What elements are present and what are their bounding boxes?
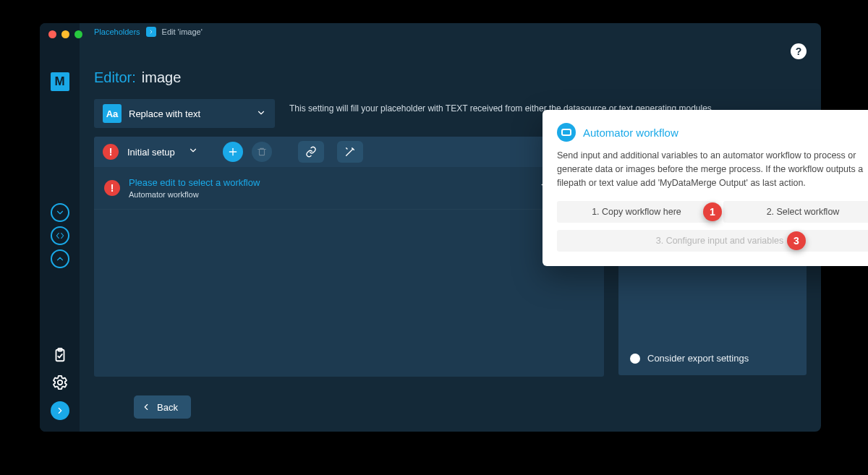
- chevron-down-icon: [256, 108, 266, 120]
- workflow-module-item[interactable]: ! Please edit to select a workflow Autom…: [94, 167, 604, 210]
- alert-icon: !: [103, 144, 119, 160]
- link-button[interactable]: [298, 141, 324, 163]
- initial-setup-label: Initial setup: [127, 147, 175, 158]
- module-item-title: Please edit to select a workflow: [129, 177, 260, 188]
- nav-group: [51, 203, 69, 268]
- delete-module-button[interactable]: [252, 142, 272, 162]
- wand-icon: [344, 146, 356, 158]
- gear-icon: [52, 375, 68, 390]
- chevron-right-icon: [55, 406, 65, 416]
- popover-title: Automator workflow: [583, 127, 678, 139]
- page-title: Editor: image: [80, 40, 821, 99]
- svg-rect-4: [259, 150, 264, 155]
- chevron-down-icon[interactable]: [188, 145, 198, 158]
- breadcrumb-root[interactable]: Placeholders: [94, 27, 140, 36]
- chevron-right-icon: [148, 29, 154, 35]
- nav-up-button[interactable]: [51, 249, 69, 268]
- svg-line-5: [346, 149, 352, 155]
- module-item-subtitle: Automator workflow: [129, 190, 260, 199]
- breadcrumb-separator: [146, 27, 156, 37]
- configure-workflow-button[interactable]: 3. Configure input and variables: [557, 230, 868, 252]
- modules-column: ! Initial setup: [94, 137, 604, 377]
- alert-icon: !: [104, 180, 120, 196]
- back-label: Back: [157, 402, 178, 413]
- help-button[interactable]: ?: [791, 43, 807, 59]
- window-controls: [48, 30, 82, 38]
- chevron-down-icon: [55, 207, 65, 218]
- breadcrumb-current: Edit 'image': [162, 27, 203, 36]
- nav-down-button[interactable]: [51, 203, 69, 222]
- clipboard-check-icon: [52, 347, 68, 363]
- page-title-name: image: [142, 69, 181, 86]
- sidebar-bottom: [51, 346, 69, 432]
- sidebar: M: [40, 23, 80, 432]
- replace-mode-dropdown[interactable]: Aa Replace with text: [94, 99, 275, 128]
- minimize-window-button[interactable]: [61, 30, 69, 38]
- back-button[interactable]: Back: [134, 395, 191, 419]
- trash-icon: [257, 147, 267, 157]
- text-mode-icon: Aa: [103, 104, 122, 123]
- replace-mode-label: Replace with text: [129, 108, 200, 119]
- automator-icon: [557, 123, 576, 142]
- nav-expand-button[interactable]: [51, 226, 69, 245]
- popover-description: Send input and additional variables to a…: [557, 149, 868, 189]
- export-settings-radio[interactable]: [630, 354, 640, 364]
- link-icon: [305, 146, 317, 158]
- app-window: M Placeholders: [40, 23, 821, 432]
- modules-list: ! Please edit to select a workflow Autom…: [94, 167, 604, 377]
- popover-header: Automator workflow: [557, 123, 868, 142]
- plus-icon: [227, 146, 239, 158]
- app-logo: M: [51, 72, 69, 91]
- annotation-1: 1: [703, 202, 722, 221]
- copy-workflow-button[interactable]: 1. Copy workflow here: [557, 201, 716, 223]
- automator-popover: Automator workflow Send input and additi…: [542, 110, 868, 266]
- page-title-label: Editor:: [94, 69, 136, 86]
- svg-line-7: [346, 148, 346, 149]
- code-icon: [55, 231, 65, 241]
- magic-button[interactable]: [337, 141, 363, 163]
- breadcrumb: Placeholders Edit 'image': [80, 23, 821, 40]
- proceed-button[interactable]: [51, 401, 69, 420]
- options-footer: Consider export settings: [618, 341, 807, 375]
- initial-setup-header: ! Initial setup: [94, 137, 604, 167]
- popover-actions: 1. Copy workflow here 2. Select workflow…: [557, 201, 868, 252]
- clipboard-button[interactable]: [51, 346, 69, 364]
- settings-button[interactable]: [51, 374, 69, 391]
- close-window-button[interactable]: [48, 30, 56, 38]
- add-module-button[interactable]: [223, 142, 243, 162]
- chevron-up-icon: [55, 254, 65, 264]
- export-settings-label: Consider export settings: [647, 353, 749, 364]
- chevron-left-icon: [141, 402, 151, 412]
- select-workflow-button[interactable]: 2. Select workflow: [723, 201, 868, 223]
